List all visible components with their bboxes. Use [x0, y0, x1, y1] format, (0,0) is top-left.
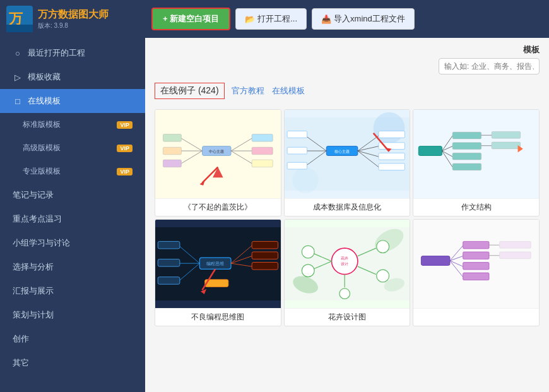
- open-icon: 📂: [245, 15, 255, 24]
- template-card-1[interactable]: 中心主题: [155, 109, 281, 217]
- logo-text-wrap: 万方数据图大师 版本: 3.9.8: [38, 8, 109, 30]
- svg-point-90: [339, 288, 350, 299]
- header-buttons: + 新建空白项目 📂 打开工程... 📥 导入xmind工程文件: [145, 8, 415, 30]
- sidebar: ○ 最近打开的工程 ▷ 模板收藏 □ 在线模板 标准版模板 VIP 高级版模板 …: [0, 38, 145, 392]
- online-template-link[interactable]: 在线模板: [272, 85, 305, 97]
- svg-rect-48: [452, 143, 481, 150]
- logo-icon: 万: [6, 6, 33, 32]
- svg-rect-100: [463, 273, 489, 280]
- thumb-4: 编程思维: [155, 220, 281, 308]
- svg-rect-60: [158, 241, 180, 249]
- svg-rect-16: [252, 160, 273, 167]
- svg-rect-42: [419, 146, 442, 156]
- svg-text:核心主题: 核心主题: [334, 149, 350, 153]
- template-search-input[interactable]: [439, 58, 540, 74]
- import-xmind-button[interactable]: 📥 导入xmind工程文件: [312, 8, 415, 30]
- svg-marker-19: [199, 180, 204, 185]
- svg-point-22: [292, 167, 318, 193]
- open-project-button[interactable]: 📂 打开工程...: [235, 8, 307, 30]
- logo-title: 万方数据图大师: [38, 8, 109, 21]
- svg-rect-68: [252, 252, 278, 259]
- svg-rect-14: [252, 147, 273, 155]
- sidebar-item-plan[interactable]: 策划与计划: [0, 303, 145, 327]
- thumb-6: [413, 220, 539, 308]
- new-project-button[interactable]: + 新建空白项目: [151, 8, 230, 30]
- template-card-6[interactable]: [413, 219, 540, 326]
- sidebar-item-report[interactable]: 汇报与展示: [0, 279, 145, 303]
- star-icon: ▷: [13, 73, 23, 82]
- svg-rect-36: [379, 153, 404, 160]
- svg-rect-66: [252, 241, 278, 249]
- main-layout: ○ 最近打开的工程 ▷ 模板收藏 □ 在线模板 标准版模板 VIP 高级版模板 …: [0, 38, 549, 392]
- svg-rect-2: [6, 25, 33, 32]
- svg-rect-30: [287, 162, 307, 169]
- content-area: 模板 在线例子 (424) 官方教程 在线模板 中心主题: [145, 38, 549, 392]
- svg-text:中心主题: 中心主题: [209, 149, 224, 153]
- svg-rect-10: [163, 160, 181, 167]
- sidebar-item-create[interactable]: 创作: [0, 327, 145, 351]
- sidebar-item-online-template[interactable]: □ 在线模板: [0, 89, 145, 113]
- svg-rect-28: [287, 147, 307, 154]
- card-1-caption: 《了不起的盖茨比》: [155, 198, 281, 216]
- template-search-wrap: 模板: [439, 44, 540, 74]
- thumb-5: 花卉 设计: [285, 220, 410, 308]
- template-card-5[interactable]: 花卉 设计 花卉设计图: [284, 219, 411, 326]
- svg-rect-96: [463, 252, 489, 259]
- section-title: 在线例子 (424): [155, 83, 225, 99]
- vip-badge-pro: VIP: [117, 168, 133, 175]
- svg-marker-17: [213, 167, 223, 178]
- vip-badge-advanced: VIP: [117, 145, 133, 152]
- template-search-bar: 模板: [145, 38, 549, 78]
- card-4-caption: 不良编程思维图: [155, 308, 281, 326]
- template-card-3[interactable]: 作文结构: [413, 109, 540, 217]
- svg-rect-104: [500, 252, 531, 259]
- svg-rect-50: [452, 163, 481, 170]
- sidebar-item-select[interactable]: 选择与分析: [0, 255, 145, 279]
- card-2-caption: 成本数据库及信息化: [285, 198, 410, 216]
- svg-rect-38: [379, 163, 404, 170]
- svg-rect-54: [492, 142, 521, 149]
- sidebar-item-other[interactable]: 其它: [0, 351, 145, 375]
- svg-rect-64: [158, 277, 180, 285]
- template-card-4[interactable]: 编程思维: [155, 219, 281, 326]
- svg-rect-12: [252, 134, 273, 142]
- grid-icon: □: [13, 97, 23, 106]
- tabs-area: 在线例子 (424) 官方教程 在线模板: [145, 78, 549, 104]
- sidebar-item-group[interactable]: 小组学习与讨论: [0, 231, 145, 255]
- svg-line-11: [231, 138, 252, 151]
- thumb-1: 中心主题: [155, 110, 281, 198]
- sidebar-item-pro[interactable]: 专业版模板 VIP: [0, 160, 145, 183]
- template-label: 模板: [523, 44, 540, 56]
- svg-line-5: [181, 138, 202, 151]
- card-5-caption: 花卉设计图: [285, 308, 410, 326]
- card-3-caption: 作文结构: [413, 198, 539, 216]
- clock-icon: ○: [13, 49, 23, 58]
- svg-text:设计: 设计: [341, 262, 348, 266]
- section-links: 官方教程 在线模板: [232, 85, 305, 97]
- svg-rect-92: [422, 256, 451, 266]
- thumb-3: [413, 110, 539, 198]
- vip-badge-standard: VIP: [117, 121, 133, 129]
- svg-rect-52: [492, 131, 521, 138]
- logo-sub: 版本: 3.9.8: [38, 21, 109, 30]
- sidebar-item-standard[interactable]: 标准版模板 VIP: [0, 113, 145, 136]
- svg-text:万: 万: [8, 11, 23, 27]
- official-tutorial-link[interactable]: 官方教程: [232, 85, 264, 97]
- sidebar-item-review[interactable]: 重点考点温习: [0, 207, 145, 231]
- svg-point-86: [376, 241, 389, 253]
- svg-rect-8: [163, 147, 181, 155]
- svg-rect-26: [287, 131, 307, 138]
- sidebar-item-template-fav[interactable]: ▷ 模板收藏: [0, 65, 145, 89]
- sidebar-item-recent[interactable]: ○ 最近打开的工程: [0, 41, 145, 65]
- svg-line-15: [231, 151, 252, 163]
- svg-rect-102: [500, 241, 531, 248]
- thumb-2: 核心主题: [285, 110, 410, 198]
- svg-line-9: [181, 151, 202, 163]
- svg-rect-49: [452, 153, 481, 160]
- svg-text:编程思维: 编程思维: [206, 261, 224, 266]
- template-card-2[interactable]: 核心主题: [284, 109, 411, 217]
- svg-point-88: [376, 270, 389, 282]
- sidebar-item-advanced[interactable]: 高级版模板 VIP: [0, 136, 145, 160]
- svg-point-82: [302, 246, 314, 258]
- sidebar-item-notes[interactable]: 笔记与记录: [0, 183, 145, 207]
